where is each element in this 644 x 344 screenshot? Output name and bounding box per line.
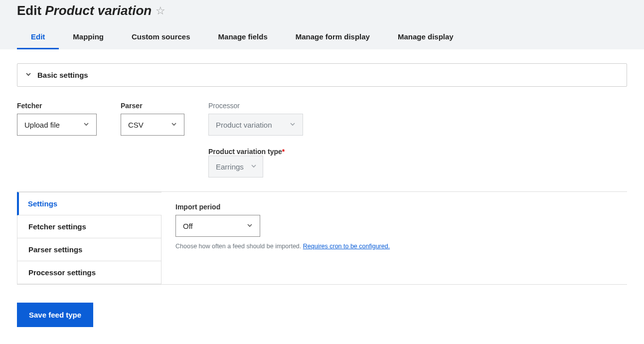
settings-panel: Settings Fetcher settings Parser setting…: [17, 191, 627, 285]
fetcher-value: Upload file: [24, 121, 60, 129]
vertical-tabs: Settings Fetcher settings Parser setting…: [17, 192, 161, 284]
tab-manage-fields[interactable]: Manage fields: [204, 25, 282, 49]
vtab-processor-settings[interactable]: Processor settings: [17, 261, 161, 284]
parser-label: Parser: [121, 102, 184, 110]
parser-select[interactable]: CSV: [121, 114, 184, 136]
tab-custom-sources[interactable]: Custom sources: [118, 25, 204, 49]
vtab-parser-settings[interactable]: Parser settings: [17, 238, 161, 261]
save-feed-type-button[interactable]: Save feed type: [17, 303, 93, 327]
page-title: Edit Product variation ☆: [17, 3, 627, 25]
fetcher-label: Fetcher: [17, 102, 97, 110]
basic-settings-label: Basic settings: [37, 71, 88, 79]
parser-value: CSV: [128, 121, 144, 129]
basic-settings-toggle[interactable]: Basic settings: [17, 63, 627, 87]
chevron-down-icon: [247, 222, 253, 230]
chevron-down-icon: [83, 121, 89, 129]
processor-select: Product variation: [208, 114, 303, 136]
import-period-value: Off: [183, 222, 193, 230]
tab-manage-form-display[interactable]: Manage form display: [282, 25, 384, 49]
tab-mapping[interactable]: Mapping: [59, 25, 118, 49]
tab-edit[interactable]: Edit: [17, 25, 59, 49]
import-period-select[interactable]: Off: [175, 215, 260, 237]
import-period-help: Choose how often a feed should be import…: [175, 243, 613, 250]
import-period-label: Import period: [175, 203, 613, 211]
vtab-settings[interactable]: Settings: [17, 192, 161, 215]
chevron-down-icon: [251, 163, 257, 171]
required-indicator: *: [282, 148, 285, 156]
chevron-down-icon: [171, 121, 177, 129]
chevron-down-icon: [25, 71, 31, 79]
variation-type-select: Earrings: [208, 156, 263, 177]
cron-config-link[interactable]: Requires cron to be configured.: [303, 243, 390, 250]
fetcher-select[interactable]: Upload file: [17, 114, 97, 136]
tab-manage-display[interactable]: Manage display: [384, 25, 468, 49]
processor-label: Processor: [208, 102, 303, 110]
variation-type-value: Earrings: [216, 163, 244, 171]
vtab-fetcher-settings[interactable]: Fetcher settings: [17, 215, 161, 238]
star-icon[interactable]: ☆: [156, 4, 165, 17]
primary-tabs: Edit Mapping Custom sources Manage field…: [17, 25, 627, 49]
processor-value: Product variation: [216, 121, 272, 129]
chevron-down-icon: [290, 121, 296, 129]
title-emphasis: Product variation: [45, 3, 152, 18]
title-prefix: Edit: [17, 3, 41, 18]
variation-type-label: Product variation type*: [208, 148, 285, 156]
